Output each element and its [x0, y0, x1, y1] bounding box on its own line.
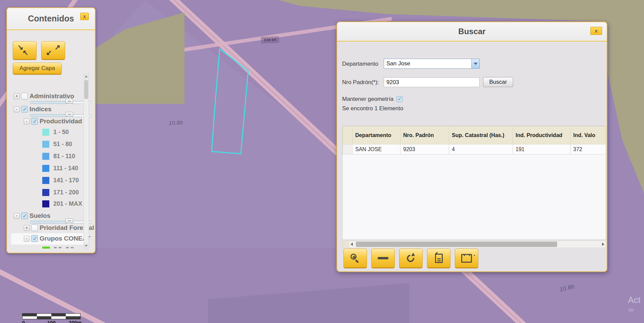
legend-swatch — [42, 153, 49, 160]
details-list-button[interactable] — [455, 249, 478, 268]
expander-icon[interactable]: + — [24, 225, 30, 231]
dialog-title: Buscar — [337, 22, 607, 41]
scroll-left-icon[interactable] — [349, 241, 355, 248]
report-button[interactable] — [427, 249, 450, 268]
column-header[interactable]: Departamento — [353, 126, 400, 144]
coneat-group-label: 10.8b — [169, 120, 183, 126]
road-km-marker: KM 64 — [261, 36, 279, 44]
expander-icon[interactable]: - — [14, 213, 19, 219]
grid-horizontal-scrollbar[interactable] — [342, 241, 606, 248]
legend-swatch — [42, 189, 49, 196]
coneat-legend-dashes — [54, 247, 73, 248]
dropdown-arrow-icon[interactable] — [471, 59, 479, 68]
zoom-to-result-button[interactable] — [343, 249, 367, 268]
slider-thumb[interactable] — [65, 218, 73, 223]
slider-thumb[interactable] — [65, 112, 73, 117]
scroll-up-icon[interactable] — [84, 74, 89, 79]
column-header[interactable]: Nro. Padrón — [400, 126, 449, 144]
search-dialog-header[interactable]: Buscar x — [337, 22, 607, 42]
scrollbar-track[interactable] — [355, 241, 600, 248]
close-icon[interactable]: x — [80, 13, 89, 20]
expand-arrows-icon: ↙ — [46, 49, 52, 56]
collapse-panel-button[interactable]: ↘ ↖ — [13, 41, 37, 59]
cell-departamento: SAN JOSE — [353, 144, 400, 154]
layer-tree: + Administrativo - Indices - Productivid… — [7, 84, 96, 253]
windows-watermark-line2: Ve — [628, 307, 634, 313]
layer-label-indices[interactable]: Indices — [30, 106, 51, 113]
layer-label-suelos[interactable]: Suelos — [30, 212, 50, 219]
grid-scroll-corner — [342, 241, 349, 248]
legend-label: 51 - 80 — [53, 141, 72, 148]
opacity-slider-indices[interactable] — [30, 114, 91, 117]
padron-input[interactable] — [384, 77, 480, 87]
legend-swatch — [42, 129, 49, 136]
results-grid: Departamento Nro. Padrón Sup. Catastral … — [342, 126, 606, 240]
departamento-label: Departamento — [342, 61, 378, 67]
column-header[interactable]: Ind. Productividad — [513, 126, 571, 144]
legend-item: 201 - MAX — [42, 200, 82, 207]
scale-tick: 100 — [47, 320, 55, 323]
grid-header-row: Departamento Nro. Padrón Sup. Catastral … — [343, 126, 606, 144]
legend-swatch — [42, 141, 49, 148]
list-icon — [461, 254, 472, 263]
results-toolbar — [343, 249, 478, 268]
opacity-slider-administrativo[interactable] — [30, 101, 91, 104]
layer-checkbox-administrativo[interactable] — [21, 93, 28, 100]
close-icon[interactable]: x — [590, 27, 602, 35]
legend-label: 171 - 200 — [53, 189, 79, 196]
layer-checkbox-suelos[interactable] — [21, 212, 28, 219]
coneat-legend-swatch — [42, 247, 50, 249]
expand-panel-button[interactable]: ↗ ↙ — [41, 41, 65, 59]
document-icon — [435, 254, 443, 263]
result-message: Se encontro 1 Elemento — [342, 105, 403, 112]
padron-label: Nro Padrón(*): — [342, 79, 379, 86]
layer-checkbox-prioridad-forestal[interactable] — [31, 224, 38, 231]
cell-sup-catastral: 4 — [449, 144, 513, 154]
expander-icon[interactable]: - — [14, 107, 19, 112]
departamento-select[interactable]: San Jose — [384, 59, 480, 69]
scrollbar-thumb[interactable] — [84, 80, 88, 99]
layer-checkbox-grupos-coneat[interactable] — [31, 235, 38, 242]
tree-scrollbar[interactable] — [84, 74, 89, 249]
layer-checkbox-productividad[interactable] — [31, 118, 38, 125]
cell-ind-valo: 372 — [571, 144, 606, 154]
opacity-slider-suelos[interactable] — [30, 221, 91, 223]
legend-item: 51 - 80 — [42, 141, 72, 148]
refresh-button[interactable] — [399, 249, 423, 268]
scale-tick: 200m — [69, 320, 82, 323]
remove-result-button[interactable] — [371, 249, 395, 268]
row-selector-header — [343, 126, 353, 144]
row-selector[interactable] — [343, 144, 353, 154]
legend-item: 1 - 50 — [42, 129, 69, 136]
expand-arrows-icon: ↗ — [54, 44, 60, 51]
legend-item: 141 - 170 — [42, 177, 79, 184]
scrollbar-thumb[interactable] — [356, 242, 557, 247]
table-row[interactable]: SAN JOSE 9203 4 191 372 — [343, 144, 606, 154]
layer-label-grupos-coneat[interactable]: Grupos CONEAT — [40, 235, 91, 242]
scroll-right-icon[interactable] — [600, 241, 606, 248]
expander-icon[interactable]: - — [24, 236, 30, 242]
legend-item: 171 - 200 — [42, 189, 79, 196]
contents-panel-header: Contenidos x — [7, 8, 95, 30]
layer-checkbox-indices[interactable] — [21, 106, 28, 113]
slider-thumb[interactable] — [65, 99, 73, 104]
refresh-icon — [406, 253, 416, 263]
app-screen: 10.8b 10.8b KM 64 Act Ve 0 100 200m Cont… — [0, 0, 644, 323]
layer-label-productividad[interactable]: Productividad — [40, 118, 82, 125]
column-header[interactable]: Ind. Valo — [571, 126, 606, 144]
scale-tick: 0 — [22, 320, 25, 323]
search-button[interactable]: Buscar — [483, 77, 513, 87]
expander-icon[interactable]: - — [24, 119, 30, 124]
add-layer-button[interactable]: Agregar Capa — [13, 63, 62, 74]
column-header[interactable]: Sup. Catastral (Has.) — [449, 126, 513, 144]
legend-swatch — [42, 165, 49, 172]
legend-swatch — [42, 200, 49, 207]
collapse-arrows-icon: ↖ — [22, 49, 29, 56]
expander-icon[interactable]: + — [14, 93, 19, 99]
keep-geometry-checkbox[interactable] — [396, 96, 402, 102]
search-dialog: Buscar x Departamento San Jose Nro Padró… — [336, 21, 607, 272]
legend-item: 111 - 140 — [42, 165, 78, 172]
legend-label: 111 - 140 — [53, 165, 78, 172]
scroll-down-icon[interactable] — [84, 243, 89, 248]
zoom-in-icon — [350, 253, 360, 263]
